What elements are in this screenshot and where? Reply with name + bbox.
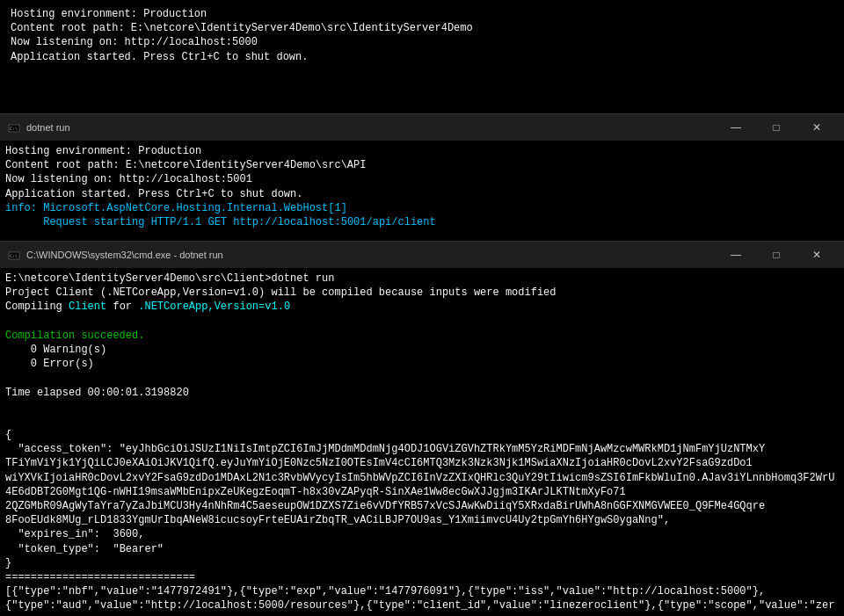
maximize-button-third[interactable]: □ xyxy=(756,242,797,268)
close-button-third[interactable]: ✕ xyxy=(797,242,837,268)
terminal-third-title: C:\WINDOWS\system32\cmd.exe - dotnet run xyxy=(26,250,716,260)
terminal-third-text: E:\netcore\IdentityServer4Demo\src\Clien… xyxy=(5,272,839,611)
svg-text:C:\: C:\ xyxy=(10,126,18,131)
terminal-icon: C:\ xyxy=(7,120,21,134)
terminal-top-text: Hosting environment: Production Content … xyxy=(11,7,833,64)
svg-text:C:\: C:\ xyxy=(10,253,18,258)
close-button[interactable]: ✕ xyxy=(797,114,837,141)
terminal-second-titlebar: C:\ dotnet run — □ ✕ xyxy=(0,114,844,141)
minimize-button-third[interactable]: — xyxy=(716,242,756,268)
minimize-button[interactable]: — xyxy=(716,114,756,141)
titlebar-buttons[interactable]: — □ ✕ xyxy=(716,114,837,141)
titlebar-buttons-third[interactable]: — □ ✕ xyxy=(716,242,837,268)
terminal-top: Hosting environment: Production Content … xyxy=(0,0,844,114)
terminal-second: C:\ dotnet run — □ ✕ Hosting environment… xyxy=(0,114,844,242)
terminal-third-icon: C:\ xyxy=(7,248,21,262)
terminal-second-content: Hosting environment: Production Content … xyxy=(0,141,844,233)
terminal-second-text: Hosting environment: Production Content … xyxy=(5,144,839,229)
maximize-button[interactable]: □ xyxy=(756,114,797,141)
terminal-second-title: dotnet run xyxy=(26,122,716,133)
terminal-third: C:\ C:\WINDOWS\system32\cmd.exe - dotnet… xyxy=(0,242,844,611)
terminal-top-content: Hosting environment: Production Content … xyxy=(5,4,839,68)
terminal-third-titlebar: C:\ C:\WINDOWS\system32\cmd.exe - dotnet… xyxy=(0,242,844,268)
terminal-third-content: E:\netcore\IdentityServer4Demo\src\Clien… xyxy=(0,268,844,611)
